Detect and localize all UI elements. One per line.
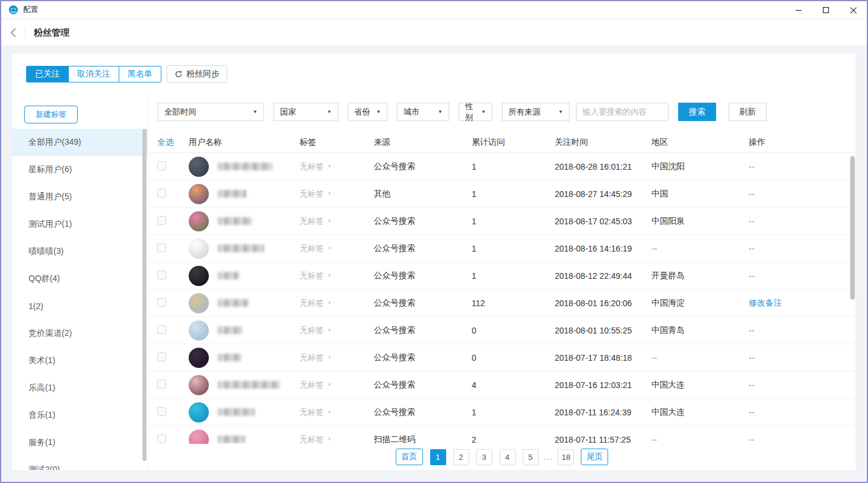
- row-visits: 1: [472, 244, 555, 253]
- sidebar-item[interactable]: 美术(1): [12, 347, 148, 374]
- caret-down-icon: ▼: [438, 109, 443, 115]
- title-bar: 配置: [1, 1, 867, 19]
- row-tag-dropdown[interactable]: 无标签: [300, 298, 324, 309]
- row-follow-time: 2018-08-27 14:45:29: [555, 189, 651, 199]
- chevron-down-icon[interactable]: ▼: [328, 437, 332, 442]
- caret-down-icon: ▼: [327, 109, 332, 115]
- search-button[interactable]: 搜索: [678, 103, 716, 121]
- chevron-down-icon[interactable]: ▼: [328, 382, 332, 387]
- row-source: 公众号搜索: [374, 243, 472, 254]
- row-checkbox[interactable]: [157, 325, 166, 334]
- table-row: 无标签 ▼ 公众号搜索 1 2018-08-28 16:01:21 中国沈阳 -…: [148, 153, 856, 180]
- row-tag-dropdown[interactable]: 无标签: [300, 189, 324, 199]
- row-tag-dropdown[interactable]: 无标签: [300, 434, 324, 445]
- header-tag: 标签: [300, 137, 374, 148]
- chevron-down-icon[interactable]: ▼: [328, 191, 332, 196]
- row-tag-dropdown[interactable]: 无标签: [300, 271, 324, 281]
- row-tag-dropdown[interactable]: 无标签: [300, 216, 324, 227]
- row-checkbox[interactable]: [157, 216, 166, 225]
- avatar: [189, 184, 209, 204]
- row-region: 中国阳泉: [651, 216, 749, 227]
- row-tag-dropdown[interactable]: 无标签: [300, 325, 324, 336]
- chevron-down-icon[interactable]: ▼: [328, 246, 332, 251]
- row-checkbox[interactable]: [157, 189, 166, 198]
- row-follow-time: 2018-08-12 22:49:44: [555, 271, 651, 281]
- chevron-down-icon[interactable]: ▼: [328, 218, 332, 224]
- row-action[interactable]: 修改备注: [749, 298, 856, 309]
- sidebar-item[interactable]: QQ群(4): [12, 265, 148, 293]
- row-visits: 0: [472, 326, 555, 335]
- fans-sync-button[interactable]: 粉丝同步: [167, 65, 227, 83]
- back-button[interactable]: [6, 25, 21, 40]
- source-filter-select[interactable]: 所有来源▼: [502, 103, 570, 121]
- fans-sync-label: 粉丝同步: [186, 69, 220, 80]
- table-scrollbar[interactable]: [850, 156, 855, 300]
- row-follow-time: 2018-08-01 10:55:25: [555, 326, 651, 335]
- sidebar-item[interactable]: 音乐(1): [12, 402, 148, 429]
- sidebar-item[interactable]: 服务(1): [12, 429, 148, 456]
- pagination-nav-button[interactable]: 尾页: [581, 449, 608, 465]
- sidebar-item[interactable]: 测试用户(1): [12, 211, 148, 238]
- chevron-down-icon[interactable]: ▼: [328, 164, 332, 169]
- chevron-down-icon[interactable]: ▼: [328, 300, 332, 306]
- page-button[interactable]: 18: [558, 449, 574, 465]
- page-button[interactable]: 2: [453, 449, 469, 465]
- sidebar-item[interactable]: 全部用户(349): [12, 129, 148, 156]
- gender-filter-select[interactable]: 性别▼: [459, 103, 492, 121]
- page-button[interactable]: 1: [430, 449, 446, 465]
- close-button[interactable]: [840, 1, 867, 19]
- sidebar-item[interactable]: 普通用户(5): [12, 183, 148, 211]
- sidebar: 新建标签 全部用户(349) 星标用户(6) 普通用户(5) 测试用户(1) 啧…: [12, 93, 148, 470]
- row-name-redacted: [218, 408, 255, 416]
- row-visits: 1: [472, 271, 555, 281]
- country-filter-select[interactable]: 国家▼: [274, 103, 338, 121]
- chevron-down-icon[interactable]: ▼: [328, 328, 332, 333]
- tab[interactable]: 取消关注: [69, 66, 119, 82]
- province-filter-select[interactable]: 省份▼: [348, 103, 387, 121]
- row-checkbox[interactable]: [157, 434, 166, 443]
- sidebar-item[interactable]: 1(2): [12, 293, 148, 320]
- pagination-nav-button[interactable]: 首页: [396, 449, 423, 465]
- sidebar-item[interactable]: 乐高(1): [12, 374, 148, 402]
- time-filter-select[interactable]: 全部时间▼: [158, 103, 264, 121]
- tab[interactable]: 已关注: [27, 66, 69, 82]
- row-checkbox[interactable]: [157, 380, 166, 389]
- page-button[interactable]: 5: [523, 449, 539, 465]
- sidebar-item[interactable]: 竞价渠道(2): [12, 320, 148, 347]
- sidebar-scrollbar[interactable]: [142, 129, 147, 461]
- city-filter-select[interactable]: 城市▼: [397, 103, 449, 121]
- new-tag-button[interactable]: 新建标签: [24, 106, 78, 123]
- row-visits: 1: [472, 217, 555, 226]
- tab[interactable]: 黑名单: [119, 66, 161, 82]
- row-checkbox[interactable]: [157, 298, 166, 307]
- row-checkbox[interactable]: [157, 407, 166, 416]
- row-tag-dropdown[interactable]: 无标签: [300, 243, 324, 254]
- row-source: 扫描二维码: [374, 434, 472, 445]
- page-button[interactable]: 4: [500, 449, 516, 465]
- row-checkbox[interactable]: [157, 161, 166, 170]
- maximize-button[interactable]: [812, 1, 840, 19]
- refresh-button[interactable]: 刷新: [729, 103, 767, 121]
- row-tag-dropdown[interactable]: 无标签: [300, 352, 324, 363]
- search-input[interactable]: [576, 103, 669, 121]
- row-tag-dropdown[interactable]: 无标签: [300, 161, 324, 172]
- row-checkbox[interactable]: [157, 271, 166, 279]
- sidebar-item[interactable]: 星标用户(6): [12, 156, 148, 183]
- chevron-down-icon[interactable]: ▼: [328, 273, 332, 278]
- sidebar-item[interactable]: 啧啧啧(3): [12, 238, 148, 265]
- chevron-down-icon[interactable]: ▼: [328, 355, 332, 360]
- minimize-icon: [795, 7, 802, 14]
- minimize-button[interactable]: [785, 1, 812, 19]
- page-button[interactable]: 3: [476, 449, 492, 465]
- sidebar-item[interactable]: 测试2(0): [12, 456, 148, 470]
- chevron-down-icon[interactable]: ▼: [328, 409, 332, 415]
- row-checkbox[interactable]: [157, 243, 166, 252]
- row-tag-dropdown[interactable]: 无标签: [300, 380, 324, 390]
- content-card: 已关注取消关注黑名单 粉丝同步 新建标签 全部用户(349) 星标用户(6) 普…: [12, 53, 856, 470]
- select-all-link[interactable]: 全选: [157, 137, 189, 148]
- table-row: 无标签 ▼ 公众号搜索 1 2018-08-16 14:16:19 -- --: [148, 235, 856, 262]
- sidebar-item-label: 乐高(1): [28, 383, 55, 393]
- row-visits: 0: [472, 353, 555, 363]
- row-checkbox[interactable]: [157, 352, 166, 361]
- row-tag-dropdown[interactable]: 无标签: [300, 407, 324, 418]
